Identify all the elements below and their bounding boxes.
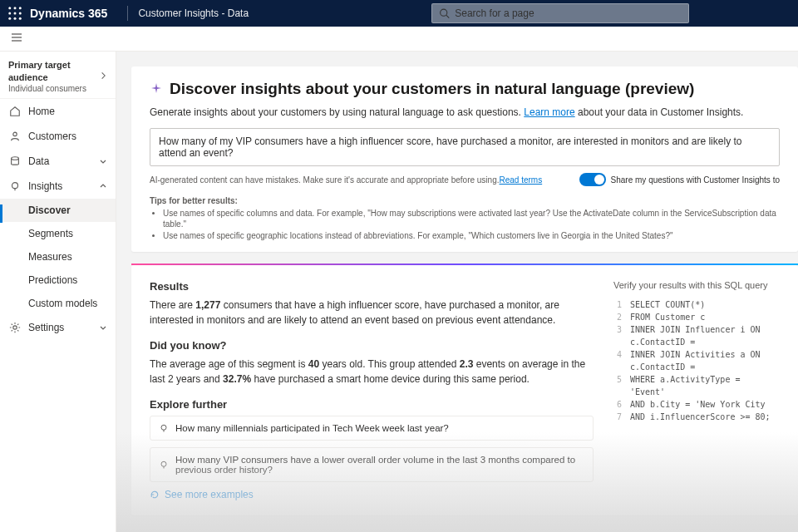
customers-icon xyxy=(8,130,22,143)
did-you-know-heading: Did you know? xyxy=(150,339,594,352)
home-icon xyxy=(8,105,22,118)
share-toggle[interactable] xyxy=(579,173,606,186)
query-input[interactable]: How many of my VIP consumers have a high… xyxy=(150,128,780,166)
hamburger-row xyxy=(0,27,798,52)
brand-name[interactable]: Dynamics 365 xyxy=(30,7,107,20)
see-more-link[interactable]: See more examples xyxy=(150,489,594,500)
intro-text: Generate insights about your customers b… xyxy=(150,106,780,118)
search-icon xyxy=(439,7,450,19)
nav-home[interactable]: Home xyxy=(0,99,116,124)
top-bar: Dynamics 365 Customer Insights - Data xyxy=(0,0,798,27)
share-label: Share my questions with Customer Insight… xyxy=(611,175,780,185)
query-card: Discover insights about your customers i… xyxy=(131,66,798,252)
svg-point-19 xyxy=(161,425,166,430)
gear-icon xyxy=(8,321,22,334)
dyk-text: The average age of this segment is 40 ye… xyxy=(150,357,594,387)
svg-line-10 xyxy=(446,15,449,17)
svg-point-5 xyxy=(19,12,22,15)
results-card: Results There are 1,277 consumers that h… xyxy=(131,265,798,515)
nav-label: Home xyxy=(28,106,55,117)
tips-title: Tips for better results: xyxy=(150,196,780,205)
nav-label: Customers xyxy=(28,131,76,142)
results-text: There are 1,277 consumers that have a hi… xyxy=(150,298,594,328)
tips-section: Tips for better results: Use names of sp… xyxy=(150,196,780,241)
data-icon xyxy=(8,155,22,168)
svg-point-0 xyxy=(8,7,11,9)
nav-settings[interactable]: Settings xyxy=(0,315,116,340)
main-content: Discover insights about your customers i… xyxy=(116,52,798,532)
svg-point-16 xyxy=(12,183,18,189)
nav-insights[interactable]: Insights xyxy=(0,174,116,199)
sparkle-icon xyxy=(150,82,163,96)
global-search[interactable] xyxy=(431,3,689,23)
audience-selector[interactable]: Primary target audience Individual consu… xyxy=(0,52,116,99)
insights-icon xyxy=(8,180,22,193)
app-launcher-icon[interactable] xyxy=(7,5,23,22)
nav-label: Insights xyxy=(28,180,62,192)
product-name: Customer Insights - Data xyxy=(138,7,249,19)
svg-point-15 xyxy=(12,157,19,160)
svg-point-3 xyxy=(8,12,11,15)
audience-label: Primary target audience xyxy=(8,60,71,82)
svg-point-4 xyxy=(14,12,17,15)
nav-label: Settings xyxy=(28,322,64,333)
chevron-right-icon xyxy=(100,71,107,80)
explore-suggestion[interactable]: How many millennials participated in Tec… xyxy=(150,416,594,441)
nav-measures[interactable]: Measures xyxy=(0,245,116,268)
nav-segments[interactable]: Segments xyxy=(0,222,116,245)
nav-customers[interactable]: Customers xyxy=(0,124,116,149)
svg-point-1 xyxy=(14,7,17,9)
hamburger-icon[interactable] xyxy=(10,31,23,47)
nav-data[interactable]: Data xyxy=(0,149,116,174)
svg-point-2 xyxy=(19,7,22,9)
svg-point-6 xyxy=(8,17,11,20)
tip-item: Use names of specific columns and data. … xyxy=(163,208,780,229)
svg-point-21 xyxy=(161,461,166,466)
sql-query: 1SELECT COUNT(*) 2FROM Customer c 3INNER… xyxy=(613,298,780,423)
svg-point-8 xyxy=(19,17,22,20)
nav-label: Data xyxy=(28,155,49,167)
read-terms-link[interactable]: Read terms xyxy=(499,175,542,185)
svg-point-14 xyxy=(13,132,17,135)
sidebar: Primary target audience Individual consu… xyxy=(0,52,116,532)
lightbulb-icon xyxy=(159,460,169,470)
results-heading: Results xyxy=(150,280,594,293)
refresh-icon xyxy=(150,490,160,500)
explore-heading: Explore further xyxy=(150,398,594,411)
audience-value: Individual consumers xyxy=(8,84,100,93)
sql-panel: Verify your results with this SQL query … xyxy=(613,280,780,500)
disclaimer-row: AI-generated content can have mistakes. … xyxy=(150,173,780,186)
page-title: Discover insights about your customers i… xyxy=(150,80,780,98)
lightbulb-icon xyxy=(159,423,169,433)
global-search-input[interactable] xyxy=(455,7,682,19)
learn-more-link[interactable]: Learn more xyxy=(524,106,574,118)
share-toggle-group: Share my questions with Customer Insight… xyxy=(579,173,780,186)
svg-point-7 xyxy=(14,17,17,20)
chevron-down-icon xyxy=(99,157,107,165)
nav-discover[interactable]: Discover xyxy=(0,199,116,222)
tip-item: Use names of specific geographic locatio… xyxy=(163,230,780,241)
nav-custom-models[interactable]: Custom models xyxy=(0,292,116,315)
nav-predictions[interactable]: Predictions xyxy=(0,268,116,292)
explore-suggestion[interactable]: How many VIP consumers have a lower over… xyxy=(150,447,594,482)
svg-point-18 xyxy=(13,326,17,329)
chevron-up-icon xyxy=(99,182,107,190)
svg-point-9 xyxy=(441,9,447,16)
chevron-down-icon xyxy=(99,323,107,332)
divider xyxy=(127,6,128,21)
sql-verify-label: Verify your results with this SQL query xyxy=(613,280,780,290)
